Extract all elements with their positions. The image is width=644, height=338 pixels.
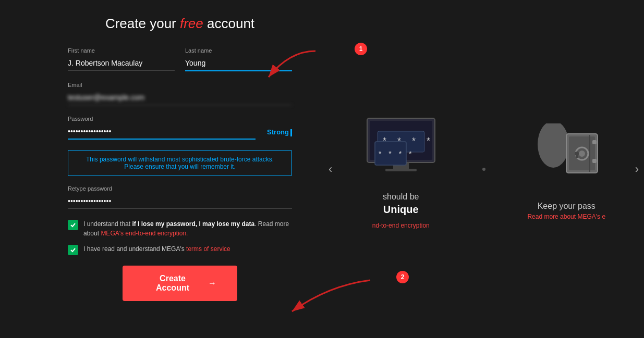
svg-point-12: [579, 151, 585, 157]
slide-1-image: * * * * * * * *: [359, 109, 443, 182]
carousel-slides: * * * * * * * * should be Uniq: [323, 0, 644, 338]
slide1-text-bold: Unique: [383, 204, 419, 216]
password-group: Password Strong: [68, 116, 292, 140]
svg-text:* * * *: * * * *: [379, 149, 414, 158]
checkmark-icon-2: [70, 247, 76, 253]
svg-rect-13: [592, 140, 597, 144]
annotation-marker-1: 1: [355, 43, 367, 55]
create-account-button[interactable]: Create Account →: [123, 266, 237, 301]
password-info-text: This password will withstand most sophis…: [86, 156, 274, 170]
checkbox1-text: I understand that: [83, 220, 132, 228]
retype-password-input[interactable]: [68, 194, 292, 209]
checkbox-1[interactable]: [68, 220, 78, 230]
password-wrapper: Strong: [68, 124, 292, 140]
email-label: Email: [68, 82, 292, 88]
title-highlight: free: [180, 16, 203, 31]
svg-rect-5: [385, 169, 417, 171]
carousel-nav-right[interactable]: ›: [635, 162, 639, 176]
name-row: First name Last name: [68, 47, 292, 71]
checkbox-2[interactable]: [68, 245, 78, 255]
email-group: Email: [68, 82, 292, 105]
carousel-separator: [479, 0, 489, 338]
checkbox-2-label: I have read and understand MEGA's terms …: [83, 244, 230, 254]
checkbox1-link[interactable]: MEGA's end-to-end encryption.: [101, 230, 188, 237]
checkmark-icon-1: [70, 222, 76, 228]
slide1-text-main: should be: [383, 192, 419, 202]
checkbox2-link[interactable]: terms of service: [186, 245, 230, 253]
title-suffix: account: [203, 16, 254, 31]
carousel-section: ‹ * * * *: [323, 0, 644, 338]
carousel-nav-left[interactable]: ‹: [329, 162, 332, 176]
last-name-label: Last name: [185, 47, 292, 54]
svg-rect-14: [592, 159, 597, 163]
title-prefix: Create your: [105, 16, 180, 31]
checkbox-section: I understand that if I lose my password,…: [68, 219, 292, 255]
slide-2-image: [525, 118, 608, 191]
slide1-link[interactable]: nd-to-end encryption: [372, 222, 430, 229]
password-label: Password: [68, 116, 292, 122]
checkbox-row-2: I have read and understand MEGA's terms …: [68, 244, 292, 255]
form-section: Create your free account First name Last…: [0, 0, 323, 338]
checkbox1-bold: if I lose my password, I may lose my dat…: [132, 220, 254, 228]
svg-rect-17: [576, 154, 578, 158]
password-strength-label: Strong: [267, 128, 292, 136]
svg-point-8: [538, 123, 569, 168]
last-name-input[interactable]: [185, 56, 292, 71]
create-account-label: Create Account: [143, 274, 202, 293]
carousel-slide-1: * * * * * * * * should be Uniq: [323, 0, 479, 338]
first-name-label: First name: [68, 47, 175, 54]
last-name-group: Last name: [185, 47, 292, 71]
annotation-marker-2: 2: [396, 271, 409, 283]
password-input[interactable]: [68, 124, 256, 140]
carousel-slide-2: Keep your pass Read more about MEGA's e: [489, 0, 645, 338]
checkbox-row-1: I understand that if I lose my password,…: [68, 219, 292, 238]
retype-password-group: Retype password: [68, 185, 292, 209]
retype-password-label: Retype password: [68, 185, 292, 192]
checkbox2-prefix: I have read and understand MEGA's: [83, 245, 186, 253]
page-container: Create your free account First name Last…: [0, 0, 644, 338]
safe-icon: [530, 123, 603, 186]
slide2-text-main: Keep your pass: [538, 202, 596, 211]
password-info-box: This password will withstand most sophis…: [68, 150, 292, 176]
first-name-group: First name: [68, 47, 175, 71]
first-name-input[interactable]: [68, 56, 175, 71]
email-input[interactable]: [68, 90, 292, 105]
page-title: Create your free account: [68, 16, 292, 32]
monitor-icon: * * * * * * * *: [362, 113, 440, 176]
checkbox-1-label: I understand that if I lose my password,…: [83, 219, 292, 238]
slide2-link[interactable]: Read more about MEGA's e: [527, 213, 605, 220]
create-account-arrow: →: [208, 279, 216, 288]
